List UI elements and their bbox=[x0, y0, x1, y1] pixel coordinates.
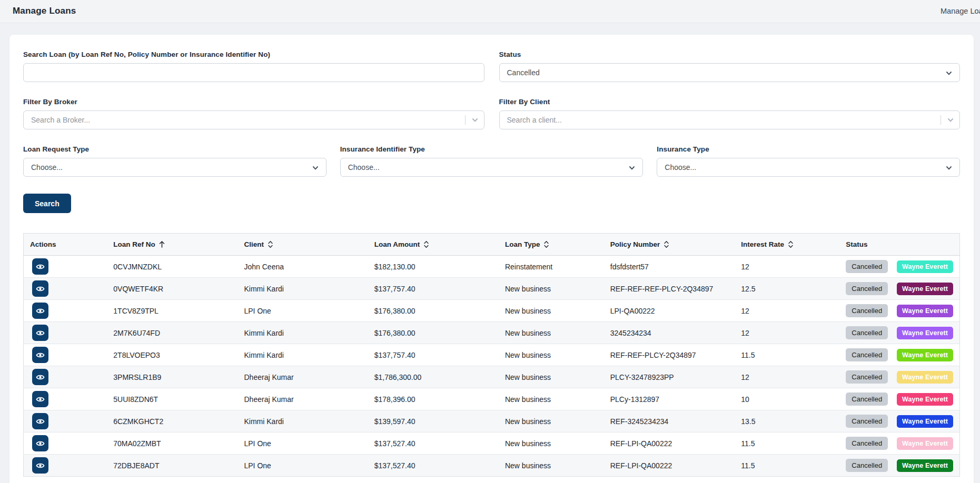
chevron-down-icon[interactable] bbox=[947, 116, 954, 126]
policy-number-cell: REF-REF-PLCY-2Q34897 bbox=[604, 344, 735, 366]
column-header[interactable]: Policy Number bbox=[604, 234, 735, 256]
eye-icon bbox=[36, 418, 45, 425]
policy-number-cell: 3245234234 bbox=[604, 322, 735, 344]
loans-table: Actions Loan Ref No Client Loan Amount L… bbox=[23, 233, 960, 477]
policy-number-cell: REF-REF-REF-PLCY-2Q34897 bbox=[604, 278, 735, 300]
loan-amount-cell: $137,757.40 bbox=[368, 344, 499, 366]
loan-ref-cell: 1TCV8Z9TPL bbox=[107, 300, 237, 322]
loan-amount-cell: $137,757.40 bbox=[368, 278, 499, 300]
view-loan-button[interactable] bbox=[32, 457, 48, 474]
status-cell: Cancelled Wayne Everett bbox=[839, 455, 959, 477]
interest-rate-cell: 11.5 bbox=[735, 455, 839, 477]
eye-icon bbox=[36, 307, 45, 315]
column-header-label: Loan Ref No bbox=[113, 240, 155, 248]
search-loan-group: Search Loan (by Loan Ref No, Policy Numb… bbox=[23, 51, 484, 82]
loan-ref-cell: 72DBJE8ADT bbox=[107, 455, 237, 477]
status-label: Status bbox=[499, 51, 961, 58]
loan-type-cell: New business bbox=[499, 322, 604, 344]
column-header[interactable]: Loan Ref No bbox=[107, 234, 237, 256]
table-row: 70MA02ZMBT LPI One $137,527.40 New busin… bbox=[24, 432, 960, 455]
insurance-type-group: Insurance Type Choose... bbox=[657, 145, 960, 177]
table-row: 0CVJMNZDKL John Ceena $182,130.00 Reinst… bbox=[24, 256, 960, 278]
status-badge: Cancelled bbox=[846, 370, 888, 384]
broker-search-input[interactable] bbox=[23, 110, 484, 129]
client-cell: Kimmi Kardi bbox=[238, 410, 368, 432]
loan-ref-cell: 3PMRSLR1B9 bbox=[107, 366, 237, 388]
chevron-down-icon[interactable] bbox=[471, 116, 479, 126]
search-button[interactable]: Search bbox=[23, 194, 71, 213]
loan-type-cell: New business bbox=[499, 344, 604, 366]
view-loan-button[interactable] bbox=[32, 391, 48, 407]
policy-number-cell: fdsfdstert57 bbox=[604, 256, 735, 278]
sort-both-icon bbox=[664, 240, 669, 248]
insurance-type-select[interactable]: Choose... bbox=[657, 158, 960, 177]
policy-number-cell: REF-3245234234 bbox=[604, 410, 735, 432]
loan-amount-cell: $182,130.00 bbox=[368, 256, 499, 278]
client-cell: Kimmi Kardi bbox=[238, 322, 368, 344]
broker-badge: Wayne Everett bbox=[897, 305, 953, 318]
broker-badge: Wayne Everett bbox=[897, 437, 953, 450]
eye-icon bbox=[36, 329, 45, 337]
client-cell: Kimmi Kardi bbox=[238, 344, 368, 366]
table-row: 6CZMKGHCT2 Kimmi Kardi $139,597.40 New b… bbox=[24, 410, 960, 432]
eye-icon bbox=[36, 462, 45, 469]
loan-amount-cell: $176,380.00 bbox=[368, 322, 499, 344]
column-header[interactable]: Interest Rate bbox=[735, 234, 839, 256]
column-header: Actions bbox=[24, 234, 107, 256]
interest-rate-cell: 13.5 bbox=[735, 410, 839, 432]
loan-ref-cell: 70MA02ZMBT bbox=[107, 432, 237, 455]
insurance-identifier-type-select[interactable]: Choose... bbox=[340, 158, 644, 177]
loan-request-type-group: Loan Request Type Choose... bbox=[23, 145, 326, 177]
status-badge: Cancelled bbox=[846, 260, 888, 273]
status-badge: Cancelled bbox=[846, 348, 888, 361]
column-header[interactable]: Client bbox=[238, 234, 368, 256]
column-header[interactable]: Loan Amount bbox=[368, 234, 499, 256]
broker-badge: Wayne Everett bbox=[897, 415, 953, 428]
client-cell: Dheeraj Kumar bbox=[238, 366, 368, 388]
client-cell: Dheeraj Kumar bbox=[238, 388, 368, 410]
broker-badge: Wayne Everett bbox=[897, 459, 953, 472]
view-loan-button[interactable] bbox=[32, 369, 48, 385]
view-loan-button[interactable] bbox=[32, 347, 48, 363]
table-row: 72DBJE8ADT LPI One $137,527.40 New busin… bbox=[24, 455, 960, 477]
view-loan-button[interactable] bbox=[32, 258, 48, 275]
status-cell: Cancelled Wayne Everett bbox=[839, 278, 959, 300]
loan-ref-cell: 2T8LVOEPO3 bbox=[107, 344, 237, 366]
view-loan-button[interactable] bbox=[32, 325, 48, 341]
client-cell: LPI One bbox=[238, 455, 368, 477]
table-row: 0VQWETF4KR Kimmi Kardi $137,757.40 New b… bbox=[24, 278, 960, 300]
view-loan-button[interactable] bbox=[32, 280, 48, 297]
column-header-label: Client bbox=[244, 240, 264, 248]
loan-type-cell: New business bbox=[499, 410, 604, 432]
status-select[interactable]: Cancelled bbox=[499, 63, 961, 82]
loan-request-type-select[interactable]: Choose... bbox=[23, 158, 326, 177]
filters-card: Search Loan (by Loan Ref No, Policy Numb… bbox=[9, 35, 974, 483]
client-group: Filter By Client bbox=[499, 98, 961, 129]
loan-request-type-label: Loan Request Type bbox=[23, 145, 326, 153]
loan-ref-cell: 6CZMKGHCT2 bbox=[107, 410, 237, 432]
view-loan-button[interactable] bbox=[32, 413, 48, 429]
insurance-type-label: Insurance Type bbox=[657, 145, 960, 153]
eye-icon bbox=[36, 263, 45, 270]
loan-amount-cell: $137,527.40 bbox=[368, 432, 499, 455]
filter-row-3: Loan Request Type Choose... Insurance Id… bbox=[23, 145, 960, 177]
client-search-input[interactable] bbox=[499, 110, 961, 129]
insurance-identifier-type-label: Insurance Identifier Type bbox=[340, 145, 644, 153]
client-cell: Kimmi Kardi bbox=[238, 278, 368, 300]
status-cell: Cancelled Wayne Everett bbox=[839, 300, 959, 322]
broker-badge: Wayne Everett bbox=[897, 283, 953, 296]
column-header[interactable]: Loan Type bbox=[499, 234, 604, 256]
status-selected-value: Cancelled bbox=[507, 68, 540, 77]
loan-type-cell: New business bbox=[499, 432, 604, 455]
divider bbox=[465, 115, 466, 125]
status-badge: Cancelled bbox=[846, 282, 888, 295]
column-header-label: Loan Type bbox=[505, 240, 540, 248]
view-loan-button[interactable] bbox=[32, 303, 48, 319]
loan-amount-cell: $137,527.40 bbox=[368, 455, 499, 477]
search-loan-input[interactable] bbox=[23, 63, 484, 82]
sort-both-icon bbox=[788, 240, 794, 248]
view-loan-button[interactable] bbox=[32, 435, 48, 451]
eye-icon bbox=[36, 440, 45, 447]
status-badge: Cancelled bbox=[846, 326, 888, 339]
table-row: 3PMRSLR1B9 Dheeraj Kumar $1,786,300.00 N… bbox=[24, 366, 960, 388]
